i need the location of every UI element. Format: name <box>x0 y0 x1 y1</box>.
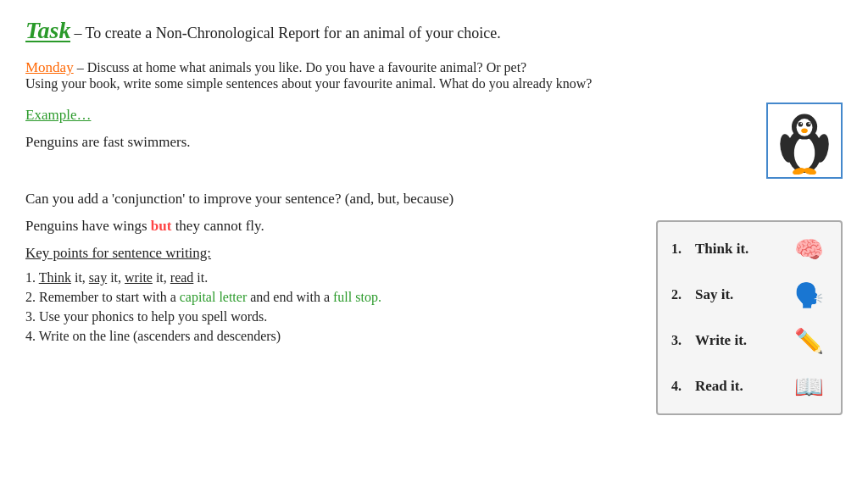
but-sentence-post: they cannot fly. <box>171 218 264 234</box>
but-sentence-pre: Penguins have wings <box>25 218 151 234</box>
example-section: Example… Penguins are fast swimmers. <box>25 107 843 179</box>
side-card-item-3: 3. Write it. ✏️ <box>671 324 827 358</box>
svg-point-4 <box>798 122 803 127</box>
think-word: Think <box>39 270 71 285</box>
read-word: read <box>170 270 194 285</box>
svg-point-6 <box>800 123 802 125</box>
svg-point-1 <box>793 137 814 169</box>
side-label-read: Read it. <box>695 378 783 395</box>
side-number-2: 2. <box>671 287 688 302</box>
svg-point-7 <box>808 123 810 125</box>
side-number-3: 3. <box>671 333 688 348</box>
example-text-col: Example… Penguins are fast swimmers. <box>25 107 749 161</box>
monday-line1: Monday – Discuss at home what animals yo… <box>25 59 843 76</box>
think-icon: 🧠 <box>790 232 827 266</box>
side-number-1: 1. <box>671 241 688 257</box>
example-sentence1: Penguins are fast swimmers. <box>25 134 749 151</box>
monday-text1: – Discuss at home what animals you like.… <box>74 60 527 75</box>
penguin-box <box>766 103 843 179</box>
side-card-item-2: 2. Say it. 🗣️ <box>671 278 827 312</box>
side-card: 1. Think it. 🧠 2. Say it. 🗣️ 3. Write it… <box>656 220 843 415</box>
monday-section: Monday – Discuss at home what animals yo… <box>25 59 843 92</box>
write-icon: ✏️ <box>790 324 827 358</box>
side-label-write: Write it. <box>695 332 783 349</box>
svg-point-5 <box>805 122 810 127</box>
page-title: Task – To create a Non-Chronological Rep… <box>25 17 843 44</box>
side-number-4: 4. <box>671 379 688 394</box>
conjunction-line: Can you add a 'conjunction' to improve y… <box>25 191 843 208</box>
svg-point-8 <box>801 128 808 133</box>
side-card-item-1: 1. Think it. 🧠 <box>671 232 827 266</box>
full-stop-text: full stop. <box>333 290 381 304</box>
example-link: Example… <box>25 107 91 123</box>
svg-point-3 <box>796 119 812 136</box>
monday-label: Monday <box>25 59 74 75</box>
write-word: write <box>125 270 153 285</box>
say-word: say <box>89 270 107 285</box>
read-icon: 📖 <box>790 369 827 403</box>
say-icon: 🗣️ <box>790 278 827 312</box>
task-subtitle: – To create a Non-Chronological Report f… <box>74 25 500 42</box>
side-card-item-4: 4. Read it. 📖 <box>671 369 827 403</box>
but-word: but <box>151 218 172 234</box>
capital-letter-text: capital letter <box>180 290 248 304</box>
side-label-say: Say it. <box>695 286 783 303</box>
monday-line2: Using your book, write some simple sente… <box>25 76 843 92</box>
side-label-think: Think it. <box>695 241 783 258</box>
penguin-illustration <box>773 107 837 175</box>
task-word: Task <box>25 17 70 44</box>
